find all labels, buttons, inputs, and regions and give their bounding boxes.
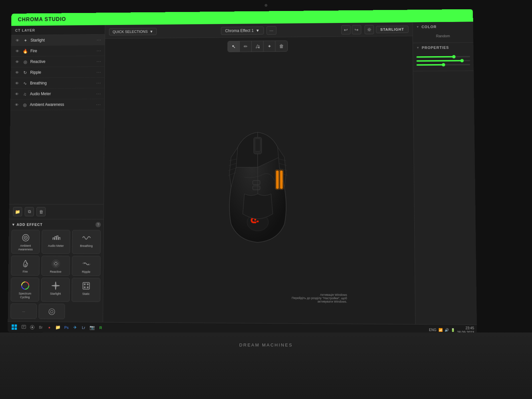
undo-button[interactable]: ↩ bbox=[341, 25, 350, 34]
effect-name-display: Chroma Effect 1 ▼ bbox=[221, 26, 264, 35]
activation-line2: Перейдіть до розділу "Настройки", щоб bbox=[292, 296, 347, 300]
canvas-tool-select[interactable]: ↖ bbox=[228, 41, 240, 52]
effect-item-fire[interactable]: Fire bbox=[11, 255, 40, 276]
effect-item-static[interactable]: Static bbox=[71, 278, 100, 302]
undo-redo-group: ↩ ↪ bbox=[341, 25, 361, 34]
webcam bbox=[265, 4, 267, 7]
taskbar-insta-button[interactable]: 📷 bbox=[88, 324, 96, 331]
layer-item-starlight[interactable]: 👁 ✦ Starlight ··· bbox=[11, 35, 105, 46]
effect-item-reactive[interactable]: Reactive bbox=[41, 256, 70, 276]
svg-point-15 bbox=[368, 29, 370, 30]
color-section-header[interactable]: ▼ COLOR bbox=[413, 22, 473, 31]
taskbar-tg-button[interactable]: ✈ bbox=[71, 324, 79, 331]
effect-item-ambient-awareness[interactable]: AmbientAwareness bbox=[11, 230, 40, 253]
taskbar-ps-button[interactable]: Ps bbox=[63, 324, 70, 331]
sidebar: CT LAYER 👁 ✦ Starlight ··· 👁 🔥 Fire bbox=[8, 25, 105, 322]
layer-dots-audio-meter[interactable]: ··· bbox=[96, 91, 101, 96]
slider-1-track[interactable] bbox=[416, 56, 470, 58]
taskbar-file-button[interactable]: 📁 bbox=[54, 324, 62, 331]
layer-dots-reactive[interactable]: ··· bbox=[96, 59, 101, 64]
app-content: CT LAYER 👁 ✦ Starlight ··· 👁 🔥 Fire bbox=[8, 22, 477, 325]
layer-icon-ripple: ↻ bbox=[22, 69, 28, 76]
taskbar-chrome-button[interactable] bbox=[29, 324, 36, 331]
svg-rect-40 bbox=[22, 325, 26, 328]
effect-icon-breathing bbox=[81, 233, 91, 243]
layer-delete-button[interactable]: 🗑 bbox=[36, 207, 46, 216]
slider-2-track[interactable] bbox=[417, 60, 470, 62]
effect-grid: AmbientAwareness bbox=[11, 230, 101, 302]
layer-item-ambient-awareness[interactable]: 👁 ◎ Ambient Awareness ··· bbox=[10, 99, 104, 110]
canvas-tool-multi[interactable]: ✦ bbox=[264, 41, 276, 52]
mouse-visualization bbox=[211, 127, 305, 248]
start-button[interactable] bbox=[10, 323, 18, 331]
layer-item-ripple[interactable]: 👁 ↻ Ripple ··· bbox=[11, 67, 104, 78]
laptop-brand: DREAM MACHINES bbox=[239, 342, 293, 347]
svg-point-4 bbox=[53, 261, 59, 266]
add-effect-section: ▼ ADD EFFECT ? bbox=[8, 219, 103, 322]
eye-icon-starlight[interactable]: 👁 bbox=[14, 38, 20, 44]
layer-duplicate-button[interactable]: ⧉ bbox=[25, 207, 34, 216]
effect-more-button[interactable]: ··· bbox=[266, 26, 276, 35]
taskbar-search-button[interactable] bbox=[20, 323, 27, 331]
property-slider-3[interactable] bbox=[417, 64, 470, 66]
settings-button[interactable] bbox=[364, 25, 374, 34]
effect-icon-ripple bbox=[81, 259, 91, 269]
effect-item-more-1[interactable]: ··· bbox=[10, 304, 37, 319]
effect-item-spectrum-cycling[interactable]: SpectrumCycling bbox=[11, 278, 39, 302]
effect-name-static: Static bbox=[82, 292, 89, 296]
eye-icon-ambient[interactable]: 👁 bbox=[14, 102, 20, 108]
eye-icon-audio-meter[interactable]: 👁 bbox=[14, 91, 20, 97]
taskbar-app2-button[interactable]: ● bbox=[46, 324, 53, 331]
slider-1-thumb[interactable] bbox=[452, 55, 456, 59]
svg-point-13 bbox=[49, 309, 55, 315]
layer-item-fire[interactable]: 👁 🔥 Fire ··· bbox=[11, 45, 105, 57]
eye-icon-reactive[interactable]: 👁 bbox=[14, 59, 20, 65]
effect-item-starlight[interactable]: Starlight bbox=[41, 278, 70, 302]
canvas-tool-paint[interactable]: ✏ bbox=[240, 41, 252, 52]
redo-button[interactable]: ↪ bbox=[352, 25, 361, 34]
laptop-bottom-bezel: DREAM MACHINES bbox=[0, 332, 532, 399]
effect-item-ripple[interactable]: Ripple bbox=[72, 256, 100, 276]
eye-icon-breathing[interactable]: 👁 bbox=[14, 80, 20, 86]
svg-point-3 bbox=[55, 262, 57, 265]
layer-dots-ambient[interactable]: ··· bbox=[96, 102, 101, 107]
effect-item-audio-meter[interactable]: Audio Meter bbox=[42, 230, 70, 254]
taskbar-app1-button[interactable]: Br bbox=[37, 324, 45, 331]
eye-icon-ripple[interactable]: 👁 bbox=[14, 69, 20, 75]
layer-item-audio-meter[interactable]: 👁 ♫ Audio Meter ··· bbox=[10, 88, 104, 100]
slider-1-fill bbox=[416, 56, 454, 58]
canvas-tool-fill[interactable] bbox=[252, 41, 264, 52]
layer-item-reactive[interactable]: 👁 ◎ Reactive ··· bbox=[11, 56, 105, 67]
svg-rect-18 bbox=[255, 139, 260, 151]
taskbar-razer-button[interactable]: R bbox=[97, 324, 104, 331]
taskbar-lr-button[interactable]: Lr bbox=[80, 324, 87, 331]
layer-folder-button[interactable]: 📁 bbox=[13, 207, 22, 216]
layer-dots-breathing[interactable]: ··· bbox=[96, 80, 101, 85]
layer-item-breathing[interactable]: 👁 ∿ Breathing ··· bbox=[11, 77, 104, 89]
quick-selections-button[interactable]: QUICK SELECTIONS ▼ bbox=[109, 28, 157, 35]
slider-3-track[interactable] bbox=[417, 64, 470, 66]
layer-dots-fire[interactable]: ··· bbox=[97, 48, 101, 53]
effect-item-breathing[interactable]: Breathing bbox=[72, 230, 101, 254]
eye-icon-fire[interactable]: 👁 bbox=[14, 48, 20, 54]
taskbar-lang: ENG bbox=[429, 328, 436, 332]
property-slider-2[interactable] bbox=[417, 60, 470, 62]
properties-section-header[interactable]: ▼ PROPERTIES bbox=[413, 43, 473, 52]
effect-item-more-2[interactable] bbox=[39, 304, 65, 319]
layer-name-fire: Fire bbox=[30, 48, 94, 53]
effect-icon-ambient bbox=[21, 233, 31, 243]
layer-name-audio-meter: Audio Meter bbox=[30, 91, 94, 96]
canvas-tool-delete[interactable]: 🗑 bbox=[275, 41, 287, 52]
taskbar-time-display: 23:45 bbox=[457, 326, 474, 330]
effect-icon-reactive bbox=[51, 259, 61, 269]
property-slider-1[interactable] bbox=[416, 56, 470, 58]
layer-dots-starlight[interactable]: ··· bbox=[97, 37, 101, 43]
svg-rect-38 bbox=[12, 327, 14, 330]
svg-point-14 bbox=[51, 310, 53, 313]
slider-3-thumb[interactable] bbox=[442, 63, 445, 66]
layer-dots-ripple[interactable]: ··· bbox=[96, 69, 101, 75]
add-effect-help-button[interactable]: ? bbox=[95, 222, 101, 227]
app-title: CHROMA STUDIO bbox=[18, 16, 66, 23]
starlight-badge: STARLIGHT bbox=[376, 26, 408, 33]
slider-2-thumb[interactable] bbox=[461, 59, 464, 62]
